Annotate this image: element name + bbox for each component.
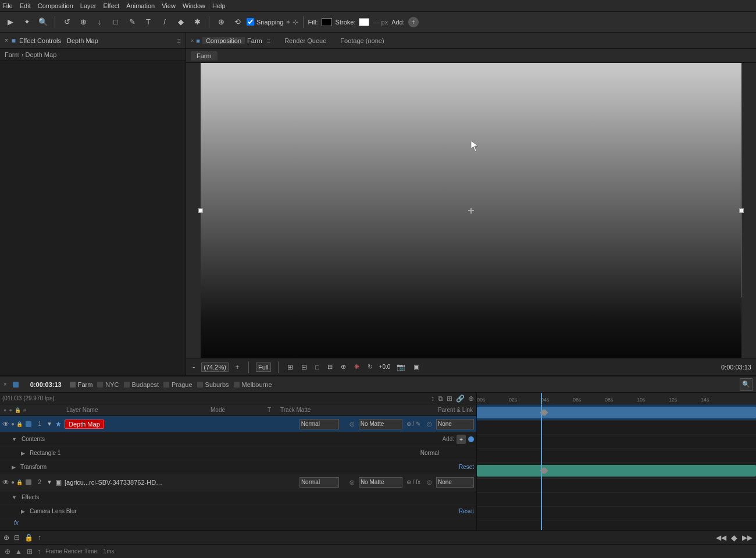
tool-down[interactable]: ↓ [92,15,106,29]
tl-suburbs-tab[interactable]: Suburbs [197,381,229,388]
3d-btn[interactable]: ⊕ [339,362,348,372]
layer1-matte-select[interactable]: No Matte [359,419,402,429]
tool-select[interactable]: ▶ [3,15,17,29]
track-bar-2[interactable] [477,465,756,477]
clb-arrow[interactable]: ▶ [21,509,25,514]
tool-mask[interactable]: □ [109,15,123,29]
view-option-btn[interactable]: ▣ [412,362,421,372]
transform-handle-mr[interactable] [739,208,744,213]
quality-select[interactable]: Full [256,362,271,372]
tl-footer-btn2[interactable]: ⊟ [14,534,20,542]
tool-zoom[interactable]: 🔍 [36,15,50,29]
tl-footer-btn1[interactable]: ⊕ [3,534,9,542]
grid-btn2[interactable]: ⊞ [326,362,334,372]
tl-ctrl-4[interactable]: 🔗 [456,394,465,403]
tool-shape[interactable]: ✦ [20,15,34,29]
layer1-color[interactable] [26,421,31,427]
rect1-arrow[interactable]: ▶ [21,450,25,456]
layer1-fx-icons[interactable]: ⊕ / ✎ [406,421,420,427]
transform-reset-btn[interactable]: Reset [459,464,474,470]
transform-center-point[interactable] [468,208,474,214]
tool-anchor[interactable]: ◆ [174,15,188,29]
layer1-solo[interactable]: ● [11,421,15,427]
layer1-parent-watch[interactable]: ◎ [427,421,432,427]
layer2-fx-icons[interactable]: ⊕ / fx [406,479,420,485]
panel-close-btn[interactable]: × [5,37,8,44]
clb-reset-btn[interactable]: Reset [459,508,474,514]
safe-frame-btn[interactable]: □ [313,362,321,372]
stroke-swatch[interactable] [359,18,369,26]
transform-arrow[interactable]: ▶ [12,464,16,470]
tl-ctrl-1[interactable]: ↕ [431,394,434,403]
zoom-out-btn[interactable]: - [191,361,197,372]
depth-map-tab[interactable]: Depth Map [67,37,98,44]
tl-ctrl-5[interactable]: ⊕ [468,394,474,403]
menu-file[interactable]: File [2,2,13,9]
tl-ctrl-2[interactable]: ⧉ [438,394,443,403]
layer2-watch-icon[interactable]: ◎ [350,479,355,485]
layer2-color[interactable] [26,479,31,485]
add-btn[interactable]: + [408,17,419,27]
layer2-mode-select[interactable]: Normal [299,477,339,488]
layer2-collapse[interactable]: ▼ [47,479,52,485]
layer2-lock[interactable]: 🔒 [16,479,23,485]
fill-swatch[interactable] [322,18,332,26]
snapping-checkbox[interactable] [247,18,254,26]
status-btn4[interactable]: ↑ [37,548,41,556]
menu-composition[interactable]: Composition [38,2,73,9]
menu-view[interactable]: View [162,2,176,9]
contents-arrow[interactable]: ▼ [12,436,17,442]
tl-ctrl-3[interactable]: ⊞ [447,394,452,403]
layer2-matte-select[interactable]: No Matte [359,477,402,488]
zoom-select[interactable]: (74.2%) [201,362,229,372]
layer1-eye[interactable]: 👁 [2,420,9,428]
tl-prague-tab[interactable]: Prague [163,381,192,388]
layer1-watch-icon[interactable]: ◎ [350,421,355,427]
farm-tab[interactable]: Farm [191,51,217,61]
layer2-eye[interactable]: 👁 [2,478,9,486]
track-bar-1[interactable] [477,407,756,418]
effect-controls-label[interactable]: Effect Controls [19,37,61,44]
menu-help[interactable]: Help [212,2,226,9]
layer1-parent-select[interactable]: None [436,419,474,429]
tool-extra2[interactable]: ⟲ [230,15,244,29]
status-btn1[interactable]: ⊕ [5,548,10,556]
tab-composition[interactable]: Composition [202,37,245,44]
tl-nyc-tab[interactable]: NYC [97,381,119,388]
tool-shape2[interactable]: ✱ [190,15,204,29]
layer2-parent-watch[interactable]: ◎ [427,479,432,485]
layer2-solo[interactable]: ● [11,479,15,485]
status-btn2[interactable]: ▲ [15,548,22,556]
layer1-mode-select[interactable]: Normal [299,419,339,429]
tl-farm-tab[interactable]: Farm [70,381,93,388]
comp-tab-label[interactable]: Farm [247,37,262,44]
view-btn2[interactable]: ⊟ [299,362,309,372]
menu-effect[interactable]: Effect [103,2,119,9]
tl-footer-nav2[interactable]: ◆ [731,533,737,542]
zoom-in-btn[interactable]: + [233,361,241,372]
effects-arrow[interactable]: ▼ [12,495,17,500]
grid-btn[interactable]: ⊞ [286,362,295,372]
tl-melbourne-tab[interactable]: Melbourne [234,381,272,388]
tool-extra1[interactable]: ⊕ [214,15,228,29]
channel-btn[interactable]: ❋ [352,362,361,372]
menu-window[interactable]: Window [183,2,205,9]
tl-close[interactable]: × [3,381,7,388]
layer1-collapse[interactable]: ▼ [47,421,52,427]
tool-add[interactable]: ⊕ [76,15,90,29]
layer1-lock[interactable]: 🔒 [16,421,23,427]
tl-search-btn[interactable]: 🔍 [740,378,753,391]
camera-btn[interactable]: 📷 [395,362,407,372]
menu-animation[interactable]: Animation [126,2,155,9]
add-btn[interactable]: + [457,435,466,444]
tl-footer-nav1[interactable]: ◀◀ [716,534,726,542]
tool-text[interactable]: T [141,15,155,29]
transform-handle-ml[interactable] [198,208,203,213]
tool-pen[interactable]: ✎ [125,15,139,29]
tl-footer-btn4[interactable]: ↑ [38,534,41,542]
comp-close-btn[interactable]: × [191,38,194,44]
panel-options-btn[interactable]: ≡ [177,37,181,44]
layer1-name[interactable]: Depth Map [65,420,104,429]
tl-footer-nav3[interactable]: ▶▶ [742,534,753,542]
layer2-name[interactable]: [agricu...rci-SBV-347338762-HD.mov] [65,479,163,486]
